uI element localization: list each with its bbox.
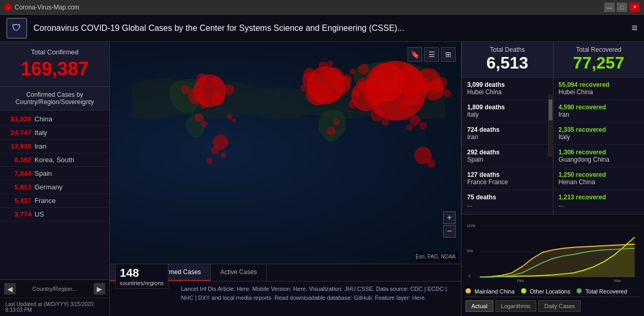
svg-point-39 <box>333 119 340 125</box>
deaths-item[interactable]: 1,809 deathsItaly <box>462 100 553 122</box>
zoom-out-button[interactable]: − <box>443 225 456 238</box>
svg-point-35 <box>211 146 220 155</box>
deaths-item[interactable]: 292 deathsSpain <box>462 145 553 167</box>
list-item[interactable]: 13,938Iran <box>0 140 109 153</box>
recovered-item[interactable]: 1,213 recovered... <box>553 190 645 212</box>
svg-point-30 <box>223 84 234 95</box>
maximize-button[interactable]: □ <box>617 3 627 12</box>
scrollbar-thumb <box>549 99 552 120</box>
svg-point-36 <box>207 157 213 164</box>
deaths-label: Total Deaths <box>467 46 548 53</box>
list-nav: ◀ Country/Region... ▶ <box>0 279 109 298</box>
list-item[interactable]: 8,162Korea, South <box>0 153 109 167</box>
deaths-item-count: 75 deaths <box>467 194 548 201</box>
confirmed-list: 81,020China24,747Italy13,938Iran8,162Kor… <box>0 110 109 279</box>
list-item-name: China <box>35 115 52 123</box>
legend-recovered-dot <box>577 288 582 294</box>
map-svg <box>110 42 461 264</box>
svg-point-14 <box>348 100 357 109</box>
legend-other-label: Other Locations <box>530 288 571 295</box>
list-prev-button[interactable]: ◀ <box>4 283 16 295</box>
bookmark-tool[interactable]: 🔖 <box>408 47 422 62</box>
svg-point-6 <box>399 99 410 110</box>
recovered-item[interactable]: 1,250 recoveredHenan China <box>553 167 645 190</box>
chart-container: 100k 50k 0 Feb Mar <box>466 219 640 286</box>
header-logo: 🛡 <box>6 18 27 39</box>
deaths-item[interactable]: 3,099 deathsHubei China <box>462 77 553 100</box>
deaths-panel: Total Deaths 6,513 3,099 deathsHubei Chi… <box>461 42 553 214</box>
list-item-count: 5,813 <box>5 183 31 191</box>
svg-point-21 <box>323 91 334 101</box>
last-updated: Last Updated at (M/D/YYY) 3/15/2020, 8:3… <box>0 298 109 316</box>
header-title: Coronavirus COVID-19 Global Cases by the… <box>33 24 631 33</box>
grid-tool[interactable]: ⊞ <box>441 47 456 62</box>
list-item-count: 81,020 <box>5 115 31 123</box>
tab-active[interactable]: Active Cases <box>211 264 267 281</box>
list-item-name: Germany <box>35 183 62 191</box>
svg-point-38 <box>327 127 336 136</box>
title-bar-controls: — □ ✕ <box>604 3 640 12</box>
minimize-button[interactable]: — <box>604 3 615 12</box>
total-confirmed-label: Total Confirmed <box>6 48 103 56</box>
chart-tab-log[interactable]: Logarithmic <box>495 300 537 312</box>
list-nav-label: Country/Region... <box>32 286 77 292</box>
list-item[interactable]: 5,437France <box>0 194 109 208</box>
chart-tab-daily[interactable]: Daily Cases <box>538 300 581 312</box>
deaths-item-location: ... <box>467 201 548 208</box>
confirmed-list-header: Confirmed Cases by Country/Region/Sovere… <box>0 87 109 110</box>
menu-icon[interactable]: ≡ <box>631 22 638 34</box>
deaths-header: Total Deaths 6,513 <box>462 42 553 77</box>
recovered-item-count: 4,590 recovered <box>559 104 639 111</box>
svg-point-32 <box>196 73 207 84</box>
deaths-scrollbar[interactable] <box>548 94 552 157</box>
svg-point-37 <box>221 153 226 158</box>
zoom-in-button[interactable]: + <box>443 211 456 224</box>
recovered-item[interactable]: 55,094 recoveredHubei China <box>553 77 645 100</box>
list-item-name: Italy <box>35 129 47 137</box>
recovered-item-count: 55,094 recovered <box>559 81 639 88</box>
legend-other: Other Locations <box>521 288 571 295</box>
svg-point-57 <box>232 118 236 122</box>
chart-area: 100k 50k 0 Feb Mar <box>461 214 644 316</box>
map-zoom-controls: + − <box>443 211 456 238</box>
svg-point-53 <box>349 69 356 75</box>
deaths-value: 6,513 <box>467 53 548 73</box>
svg-point-31 <box>181 85 190 94</box>
legend-recovered-label: Total Recovered <box>585 288 627 295</box>
app-header: 🛡 Coronavirus COVID-19 Global Cases by t… <box>0 15 644 42</box>
list-next-button[interactable]: ▶ <box>94 283 105 295</box>
chart-legend: Mainland China Other Locations Total Rec… <box>466 286 640 297</box>
list-item[interactable]: 7,844Spain <box>0 167 109 180</box>
deaths-item[interactable]: 127 deathsFrance France <box>462 167 553 190</box>
deaths-item-count: 1,809 deaths <box>467 104 548 111</box>
map-area[interactable]: 🔖 ☰ ⊞ + − Esri, FAO, NOAA <box>110 42 461 264</box>
recovered-item[interactable]: 4,590 recoveredIran <box>553 100 645 122</box>
total-confirmed-section: Total Confirmed 169,387 <box>0 42 109 87</box>
deaths-item-location: Spain <box>467 156 548 163</box>
chart-tab-actual[interactable]: Actual <box>466 300 493 312</box>
recovered-item[interactable]: 2,335 recoveredItaly <box>553 122 645 145</box>
recovered-value: 77,257 <box>559 53 639 73</box>
close-button[interactable]: ✕ <box>629 3 640 12</box>
deaths-item-count: 292 deaths <box>467 149 548 156</box>
svg-text:100k: 100k <box>467 223 476 228</box>
deaths-item[interactable]: 75 deaths... <box>462 190 553 212</box>
list-tool[interactable]: ☰ <box>424 47 439 62</box>
deaths-item-location: Iran <box>467 133 548 141</box>
list-item[interactable]: 3,774US <box>0 208 109 221</box>
list-item[interactable]: 81,020China <box>0 112 109 126</box>
recovered-item-location: Guangdong China <box>559 156 639 163</box>
svg-point-56 <box>227 114 232 119</box>
center-panel: 🔖 ☰ ⊞ + − Esri, FAO, NOAA Cumulative Con… <box>110 42 461 316</box>
list-item[interactable]: 24,747Italy <box>0 126 109 140</box>
list-item-name: Iran <box>35 142 46 150</box>
svg-point-46 <box>381 118 389 126</box>
svg-point-50 <box>327 60 333 66</box>
chart-svg: 100k 50k 0 Feb Mar <box>466 219 640 286</box>
map-bottom: Cumulative Confirmed Cases Active Cases … <box>110 264 461 316</box>
deaths-item[interactable]: 724 deathsIran <box>462 122 553 145</box>
list-item[interactable]: 5,813Germany <box>0 180 109 194</box>
svg-point-44 <box>406 124 413 130</box>
recovered-item[interactable]: 1,306 recoveredGuangdong China <box>553 145 645 167</box>
svg-text:Feb: Feb <box>517 278 524 283</box>
